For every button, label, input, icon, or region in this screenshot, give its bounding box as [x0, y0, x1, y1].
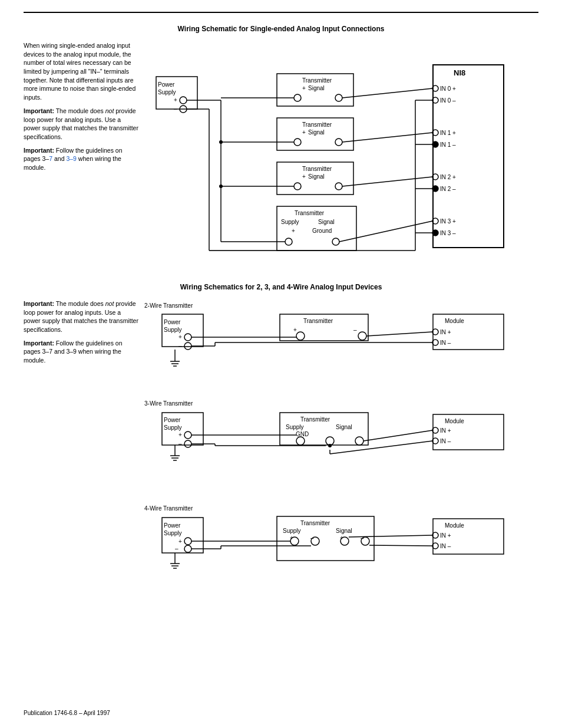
svg-text:Power: Power [158, 81, 175, 88]
svg-line-62 [342, 133, 432, 142]
svg-text:+: + [174, 97, 177, 103]
svg-text:Power: Power [164, 417, 181, 423]
section2-para2: Important: Follow the guidelines on page… [24, 339, 138, 365]
svg-point-49 [285, 238, 292, 245]
svg-text:IN  –: IN – [440, 543, 451, 549]
svg-line-99 [366, 332, 432, 336]
svg-text:IN 3 +: IN 3 + [440, 218, 456, 225]
svg-text:Transmitter: Transmitter [295, 210, 325, 216]
svg-text:Supply: Supply [158, 89, 176, 95]
svg-text:IN 1 +: IN 1 + [440, 130, 456, 136]
svg-text:+: + [302, 129, 306, 136]
section2-left-text: Important: The module does not provide l… [24, 299, 138, 370]
svg-text:+: + [178, 334, 182, 340]
svg-text:Signal: Signal [308, 129, 325, 136]
svg-text:Transmitter: Transmitter [302, 166, 332, 172]
svg-text:IN 3 –: IN 3 – [440, 230, 456, 236]
svg-text:GND: GND [296, 431, 309, 437]
svg-point-42 [335, 183, 342, 190]
svg-text:IN 0 +: IN 0 + [440, 85, 456, 92]
svg-text:2-Wire Transmitter: 2-Wire Transmitter [144, 302, 193, 309]
svg-point-90 [296, 332, 305, 340]
svg-text:Signal: Signal [336, 528, 352, 534]
section1-para2-bold: Important: [24, 107, 54, 114]
svg-text:+: + [293, 327, 297, 333]
svg-line-63 [342, 177, 432, 186]
section2-para1: Important: The module does not provide l… [24, 299, 138, 334]
svg-text:–: – [174, 106, 177, 112]
section2-para2-bold: Important: [24, 340, 54, 347]
svg-point-146 [184, 545, 191, 552]
svg-text:Module: Module [445, 318, 464, 324]
section1-para3: Important: Follow the guidelines on page… [24, 146, 138, 172]
svg-point-30 [335, 94, 342, 101]
svg-point-50 [332, 238, 339, 245]
section1: Wiring Schematic for Single-ended Analog… [24, 25, 538, 265]
svg-text:3-Wire Transmitter: 3-Wire Transmitter [144, 400, 193, 407]
svg-text:Signal: Signal [318, 219, 335, 225]
svg-text:+: + [178, 431, 182, 438]
svg-text:Supply: Supply [283, 528, 301, 534]
svg-text:IN  +: IN + [440, 329, 451, 335]
svg-text:IN  +: IN + [440, 427, 451, 434]
svg-text:+: + [290, 535, 293, 541]
svg-text:IN  –: IN – [440, 438, 451, 444]
section2: Wiring Schematics for 2, 3, and 4-Wire A… [24, 283, 538, 618]
svg-text:IN  +: IN + [440, 532, 451, 539]
svg-text:+: + [178, 538, 182, 545]
section2-title: Wiring Schematics for 2, 3, and 4-Wire A… [24, 283, 538, 291]
svg-point-109 [184, 431, 191, 439]
svg-line-61 [342, 88, 432, 98]
svg-text:+: + [340, 535, 343, 541]
section1-diagram: Power Supply + – NI8 IN 0 + IN 0 – [144, 41, 538, 265]
svg-text:Transmitter: Transmitter [300, 520, 330, 526]
top-border [24, 12, 538, 13]
svg-text:+: + [292, 228, 295, 234]
svg-line-64 [339, 221, 432, 242]
svg-text:Transmitter: Transmitter [303, 318, 333, 324]
section1-link2[interactable]: 3–9 [66, 155, 77, 162]
footer: Publication 1746-6.8 – April 1997 [24, 710, 110, 716]
svg-text:Signal: Signal [308, 173, 325, 180]
svg-text:4-Wire Transmitter: 4-Wire Transmitter [144, 505, 193, 512]
svg-point-41 [294, 183, 301, 190]
svg-text:Module: Module [445, 522, 464, 529]
svg-line-136 [363, 430, 432, 441]
svg-text:IN  –: IN – [440, 340, 451, 346]
section2-diagrams: 2-Wire Transmitter Power Supply + – Tran… [144, 299, 538, 618]
section1-left-text: When wiring single-ended analog input de… [24, 41, 138, 177]
svg-text:Supply: Supply [286, 424, 304, 430]
svg-line-175 [369, 545, 432, 546]
svg-text:+: + [302, 85, 306, 91]
svg-text:–: – [175, 545, 178, 552]
svg-text:NI8: NI8 [454, 68, 465, 77]
svg-text:–: – [361, 535, 364, 541]
svg-point-29 [294, 94, 301, 101]
svg-text:Signal: Signal [308, 85, 325, 91]
svg-text:Transmitter: Transmitter [300, 416, 330, 423]
svg-point-122 [296, 437, 305, 445]
svg-point-15 [432, 141, 438, 147]
svg-text:Signal: Signal [336, 424, 352, 430]
svg-point-23 [432, 230, 438, 236]
svg-text:Power: Power [164, 319, 181, 325]
svg-point-4 [180, 97, 187, 104]
svg-text:Transmitter: Transmitter [302, 121, 332, 128]
svg-text:Supply: Supply [281, 219, 299, 225]
svg-text:IN 0 –: IN 0 – [440, 97, 456, 104]
svg-text:Supply: Supply [164, 424, 182, 431]
section2-para1-italic: not [105, 300, 114, 307]
svg-point-35 [294, 139, 301, 146]
svg-text:Supply: Supply [164, 327, 182, 333]
svg-point-144 [184, 538, 191, 545]
svg-point-36 [335, 139, 342, 146]
svg-text:–: – [310, 535, 314, 541]
svg-point-91 [358, 332, 366, 340]
section1-title: Wiring Schematic for Single-ended Analog… [24, 25, 538, 33]
svg-line-138 [330, 441, 432, 454]
section1-link1[interactable]: 7 [49, 155, 52, 162]
svg-text:IN 2 +: IN 2 + [440, 174, 456, 180]
svg-point-111 [184, 440, 191, 447]
svg-text:–: – [178, 440, 182, 447]
svg-text:IN 2 –: IN 2 – [440, 186, 456, 192]
